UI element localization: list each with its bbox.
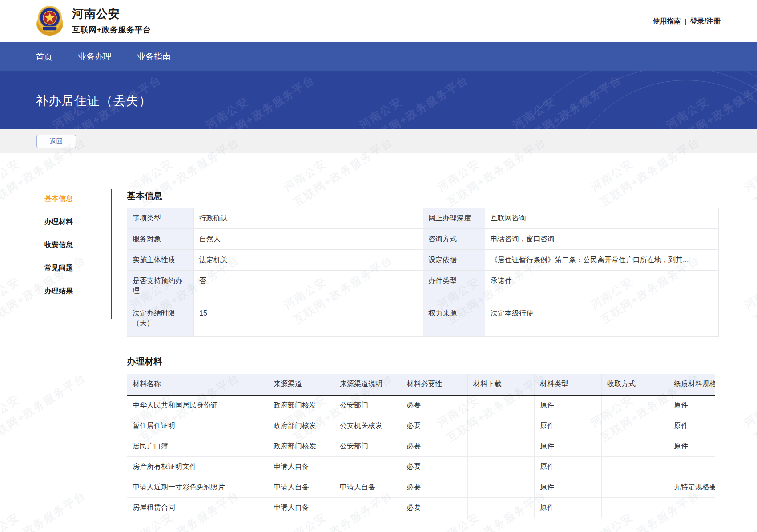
materials-cell: 必要 bbox=[401, 395, 468, 416]
sidebar-item-2[interactable]: 办理材料 bbox=[44, 217, 73, 227]
materials-cell: 必要 bbox=[401, 436, 468, 456]
materials-cell: 政府部门核发 bbox=[268, 436, 334, 456]
top-links: 使用指南 | 登录/注册 bbox=[652, 17, 721, 26]
field-label: 法定办结时限（天） bbox=[127, 303, 194, 337]
materials-cell bbox=[602, 456, 668, 477]
materials-cell bbox=[602, 497, 668, 518]
materials-cell bbox=[668, 456, 716, 477]
nav-item-1[interactable]: 首页 bbox=[36, 51, 52, 63]
materials-cell: 申请人自备 bbox=[268, 497, 334, 518]
materials-cell: 原件 bbox=[668, 436, 716, 456]
materials-column-header: 材料名称 bbox=[127, 374, 268, 395]
materials-cell: 原件 bbox=[535, 436, 602, 456]
materials-cell: 原件 bbox=[535, 456, 602, 477]
materials-cell bbox=[468, 456, 535, 477]
guide-link[interactable]: 使用指南 bbox=[652, 17, 681, 26]
page-title: 补办居住证（丢失） bbox=[36, 92, 152, 109]
materials-column-header: 材料类型 bbox=[535, 374, 602, 395]
basic-info-section-title: 基本信息 bbox=[127, 190, 162, 202]
materials-cell: 公安机关核发 bbox=[334, 416, 401, 436]
materials-cell bbox=[468, 497, 535, 518]
materials-cell: 公安部门 bbox=[334, 436, 401, 456]
materials-header-row: 材料名称来源渠道来源渠道说明材料必要性材料下载材料类型收取方式纸质材料规格 bbox=[127, 374, 716, 395]
materials-cell bbox=[334, 456, 401, 477]
brand-subtitle: 互联网+政务服务平台 bbox=[72, 24, 151, 35]
materials-cell bbox=[602, 416, 668, 436]
materials-cell: 暂住居住证明 bbox=[127, 416, 268, 436]
basic-info-row: 是否支持预约办理否办件类型承诺件 bbox=[127, 271, 719, 303]
materials-cell bbox=[334, 497, 401, 518]
materials-cell: 政府部门核发 bbox=[268, 395, 334, 416]
materials-cell: 中华人民共和国居民身份证 bbox=[127, 395, 268, 416]
field-value: 承诺件 bbox=[485, 271, 719, 303]
watermark-line2: 互联网+政务服务平台 bbox=[212, 71, 318, 129]
sidebar-item-3[interactable]: 收费信息 bbox=[44, 240, 73, 250]
basic-info-row: 法定办结时限（天）15权力来源法定本级行使 bbox=[127, 303, 719, 337]
content-area: 基本信息办理材料收费信息常见问题办理结果 基本信息 事项类型行政确认网上办理深度… bbox=[0, 153, 757, 532]
materials-cell: 原件 bbox=[535, 395, 602, 416]
materials-cell: 申请人自备 bbox=[334, 477, 401, 497]
banner-decor-arc bbox=[490, 71, 757, 129]
brand-title: 河南公安 bbox=[72, 6, 151, 22]
field-label: 设定依据 bbox=[423, 250, 485, 271]
materials-column-header: 纸质材料规格 bbox=[668, 374, 716, 395]
field-label: 实施主体性质 bbox=[127, 250, 194, 271]
nav-item-3[interactable]: 业务指南 bbox=[137, 51, 171, 63]
police-badge-logo bbox=[36, 4, 64, 36]
materials-table: 材料名称来源渠道来源渠道说明材料必要性材料下载材料类型收取方式纸质材料规格 中华… bbox=[127, 374, 715, 518]
watermark-line2: 互联网+政务服务平台 bbox=[365, 71, 472, 129]
materials-row: 房产所有权证明文件申请人自备必要原件 bbox=[127, 456, 716, 477]
basic-info-row: 服务对象自然人咨询方式电话咨询，窗口咨询 bbox=[127, 229, 719, 250]
materials-cell bbox=[468, 436, 535, 456]
login-register-link[interactable]: 登录/注册 bbox=[690, 17, 721, 26]
materials-row: 居民户口簿政府部门核发公安部门必要原件原件 bbox=[127, 436, 716, 456]
materials-cell bbox=[602, 477, 668, 497]
basic-info-row: 实施主体性质法定机关设定依据《居住证暂行条例》第二条：公民离开常住户口所在地，到… bbox=[127, 250, 719, 271]
materials-row: 申请人近期一寸彩色免冠照片申请人自备申请人自备必要原件无特定规格要求 bbox=[127, 477, 716, 497]
back-button[interactable]: 返回 bbox=[36, 135, 76, 148]
page-banner: 河南公安互联网+政务服务平台河南公安互联网+政务服务平台河南公安互联网+政务服务… bbox=[0, 71, 757, 129]
field-value: 电话咨询，窗口咨询 bbox=[485, 229, 719, 250]
nav-item-2[interactable]: 业务办理 bbox=[78, 51, 112, 63]
materials-cell bbox=[668, 497, 716, 518]
materials-column-header: 来源渠道说明 bbox=[334, 374, 401, 395]
brand-home-link[interactable]: 河南公安 互联网+政务服务平台 bbox=[36, 4, 151, 36]
materials-cell: 原件 bbox=[668, 416, 716, 436]
watermark-line1: 河南公安 bbox=[203, 95, 250, 129]
sidebar-item-4[interactable]: 常见问题 bbox=[44, 264, 73, 273]
watermark-line1: 河南公安 bbox=[357, 95, 404, 129]
field-label: 是否支持预约办理 bbox=[127, 271, 194, 303]
top-header: 河南公安 互联网+政务服务平台 使用指南 | 登录/注册 bbox=[0, 0, 757, 42]
field-label: 服务对象 bbox=[127, 229, 194, 250]
toolbar: 返回 bbox=[0, 129, 757, 153]
sidebar-item-1[interactable]: 基本信息 bbox=[44, 194, 73, 204]
materials-cell: 必要 bbox=[401, 477, 468, 497]
field-label: 咨询方式 bbox=[423, 229, 485, 250]
materials-cell: 房产所有权证明文件 bbox=[127, 456, 268, 477]
links-separator: | bbox=[685, 18, 686, 26]
materials-cell: 申请人自备 bbox=[268, 456, 334, 477]
field-value: 15 bbox=[194, 303, 423, 337]
materials-cell bbox=[468, 416, 535, 436]
field-value: 行政确认 bbox=[194, 208, 423, 229]
basic-info-row: 事项类型行政确认网上办理深度互联网咨询 bbox=[127, 208, 719, 229]
materials-cell: 原件 bbox=[535, 477, 602, 497]
sidebar-item-5[interactable]: 办理结果 bbox=[44, 287, 73, 296]
field-label: 权力来源 bbox=[423, 303, 485, 337]
materials-cell: 申请人自备 bbox=[268, 477, 334, 497]
materials-cell: 公安部门 bbox=[334, 395, 401, 416]
materials-section-title: 办理材料 bbox=[127, 356, 162, 368]
materials-cell bbox=[468, 477, 535, 497]
field-value: 否 bbox=[194, 271, 423, 303]
materials-cell: 政府部门核发 bbox=[268, 416, 334, 436]
field-value: 《居住证暂行条例》第二条：公民离开常住户口所在地，到其... bbox=[485, 250, 719, 271]
field-value: 法定本级行使 bbox=[485, 303, 719, 337]
materials-row: 暂住居住证明政府部门核发公安机关核发必要原件原件 bbox=[127, 416, 716, 436]
materials-row: 中华人民共和国居民身份证政府部门核发公安部门必要原件原件 bbox=[127, 395, 716, 416]
field-label: 网上办理深度 bbox=[423, 208, 485, 229]
materials-cell: 原件 bbox=[535, 416, 602, 436]
brand-text: 河南公安 互联网+政务服务平台 bbox=[72, 6, 151, 35]
materials-table-wrapper: 材料名称来源渠道来源渠道说明材料必要性材料下载材料类型收取方式纸质材料规格 中华… bbox=[127, 374, 715, 518]
materials-column-header: 来源渠道 bbox=[268, 374, 334, 395]
materials-cell: 无特定规格要求 bbox=[668, 477, 716, 497]
